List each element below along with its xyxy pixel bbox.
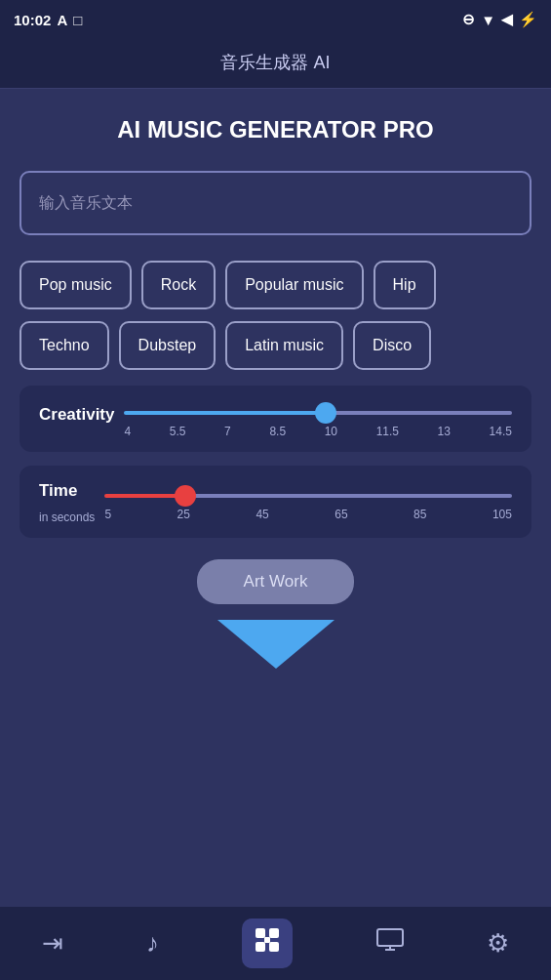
creativity-slider-card: Creativity 4 5.5 7 8.5 10 11.5 13 14.5 [20, 386, 531, 452]
genre-chip-techno[interactable]: Techno [20, 321, 109, 370]
genre-chip-pop[interactable]: Pop music [20, 261, 132, 309]
nav-settings[interactable]: ⚙ [477, 922, 519, 964]
svg-rect-3 [269, 942, 279, 952]
wifi-icon: ▼ [481, 12, 495, 28]
battery-icon: ⚡ [519, 11, 537, 28]
time-label: Time [39, 481, 95, 501]
genre-chip-rock[interactable]: Rock [141, 261, 216, 309]
library-icon [242, 919, 293, 968]
status-bar: 10:02 A □ ⊖ ▼ ◀ ⚡ [0, 0, 551, 39]
genre-chip-latin[interactable]: Latin music [225, 321, 343, 370]
status-right-icons: ⊖ ▼ ◀ ⚡ [462, 11, 537, 28]
music-note-icon: ♪ [146, 928, 159, 959]
sliders-section: Creativity 4 5.5 7 8.5 10 11.5 13 14.5 [20, 386, 531, 538]
creativity-label: Creativity [39, 405, 114, 425]
generate-area [20, 620, 531, 669]
nav-login[interactable]: ⇥ [32, 922, 73, 964]
genre-chip-hip[interactable]: Hip [374, 261, 436, 309]
creativity-ticks: 4 5.5 7 8.5 10 11.5 13 14.5 [124, 425, 512, 438]
time-slider-card: Time in seconds 5 25 45 65 85 105 [20, 466, 531, 538]
status-icon-square: □ [73, 12, 82, 28]
nav-display[interactable] [367, 922, 413, 964]
nav-music[interactable]: ♪ [137, 922, 169, 964]
genre-chip-dubstep[interactable]: Dubstep [119, 321, 216, 370]
svg-rect-5 [377, 929, 403, 946]
creativity-slider[interactable] [124, 411, 512, 415]
main-content: AI MUSIC GENERATOR PRO Pop music Rock Po… [0, 89, 551, 669]
generate-button[interactable] [217, 620, 335, 669]
status-time: 10:02 [14, 12, 51, 28]
svg-rect-2 [256, 942, 265, 952]
genre-row-1: Pop music Rock Popular music Hip [20, 261, 531, 309]
chevron-down-icon [217, 620, 335, 669]
genre-chip-disco[interactable]: Disco [353, 321, 431, 370]
nav-library[interactable] [232, 913, 302, 974]
app-header: 音乐生成器 AI [0, 39, 551, 89]
login-icon: ⇥ [42, 928, 63, 959]
genre-row-2: Techno Dubstep Latin music Disco [20, 321, 531, 370]
status-icon-a: A [57, 12, 67, 28]
artwork-button[interactable]: Art Work [197, 559, 355, 604]
do-not-disturb-icon: ⊖ [462, 11, 475, 28]
time-slider[interactable] [104, 494, 512, 498]
app-title: AI MUSIC GENERATOR PRO [20, 116, 531, 143]
time-sublabel: in seconds [39, 510, 95, 524]
svg-rect-0 [256, 928, 265, 938]
display-icon [376, 928, 404, 959]
time-ticks: 5 25 45 65 85 105 [104, 508, 512, 521]
signal-icon: ◀ [501, 11, 513, 28]
app-header-title: 音乐生成器 AI [220, 53, 330, 72]
genre-chip-popular[interactable]: Popular music [225, 261, 363, 309]
settings-icon: ⚙ [487, 928, 509, 959]
svg-rect-1 [269, 928, 279, 938]
music-text-input[interactable] [20, 171, 531, 235]
svg-rect-4 [264, 937, 270, 943]
bottom-nav: ⇥ ♪ ⚙ [0, 907, 551, 980]
